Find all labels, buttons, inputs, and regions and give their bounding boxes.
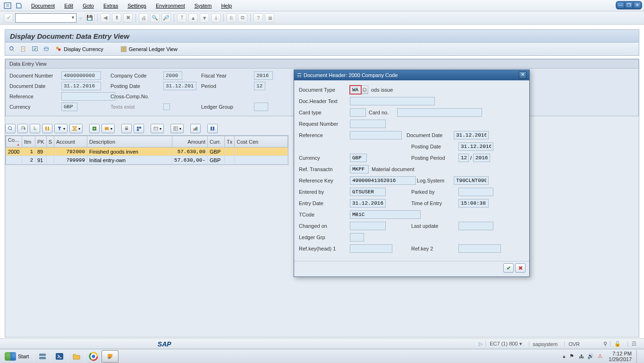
- command-field[interactable]: [15, 13, 76, 23]
- doc-type-f4-button[interactable]: ☐: [361, 86, 368, 94]
- sort-asc-button[interactable]: [17, 124, 28, 133]
- col-pk[interactable]: PK: [35, 136, 47, 147]
- request-no-field[interactable]: [350, 120, 386, 128]
- task-powershell-icon[interactable]: [51, 350, 68, 363]
- ref-key-field[interactable]: [350, 176, 416, 185]
- col-curr[interactable]: Curr.: [208, 136, 225, 147]
- task-chrome-icon[interactable]: [85, 350, 102, 363]
- export-button[interactable]: ▾: [102, 124, 115, 133]
- close-button[interactable]: ✕: [634, 2, 641, 9]
- col-description[interactable]: Description: [87, 136, 172, 147]
- find-button[interactable]: [42, 124, 52, 133]
- ledger-grp-field[interactable]: [350, 233, 364, 242]
- status-abap-icon[interactable]: ⚲: [603, 341, 607, 347]
- gl-view-button[interactable]: General Ledger View: [119, 46, 179, 52]
- dialog-close-button[interactable]: ✕: [519, 71, 526, 79]
- print-button[interactable]: 🖨: [139, 13, 148, 23]
- info-button[interactable]: i: [207, 124, 218, 133]
- enter-button[interactable]: ✓: [4, 13, 13, 23]
- show-desktop-button[interactable]: [636, 350, 640, 363]
- find-next-button[interactable]: 🔎: [161, 13, 171, 23]
- reference-field[interactable]: [61, 92, 115, 101]
- nav-back-icon[interactable]: «: [78, 15, 83, 21]
- tray-warning-icon[interactable]: ⚠: [596, 353, 604, 360]
- start-button[interactable]: Start: [0, 349, 34, 363]
- taskbar-clock[interactable]: 7:12 PM 1/29/2017: [606, 351, 635, 362]
- parked-by-field[interactable]: [458, 188, 493, 196]
- shortcut-button[interactable]: ⧉: [238, 13, 247, 23]
- card-type-field[interactable]: [350, 108, 366, 117]
- layout-button[interactable]: ▾: [170, 124, 184, 133]
- time-entry-field[interactable]: [458, 199, 489, 207]
- choose-button[interactable]: ▾: [151, 124, 164, 133]
- line-items-grid[interactable]: Co...▲ Itm PK S Account Description Amou…: [5, 135, 288, 165]
- task-server-icon[interactable]: [34, 350, 51, 363]
- entry-date-field[interactable]: [350, 199, 386, 207]
- find-button[interactable]: 🔍: [150, 13, 160, 23]
- ref-trans-field[interactable]: [350, 165, 369, 173]
- graphic-button[interactable]: [190, 124, 201, 133]
- doc-type-field[interactable]: [350, 86, 361, 94]
- dialog-titlebar[interactable]: ☶ Document Header: 2000 Company Code ✕: [294, 70, 529, 80]
- posting-period-field[interactable]: [458, 154, 469, 162]
- menu-goto[interactable]: Goto: [78, 3, 99, 9]
- display-currency-button[interactable]: Display Currency: [53, 46, 105, 52]
- print-button[interactable]: [121, 124, 132, 133]
- tray-network-icon[interactable]: 🖧: [577, 353, 585, 360]
- exit-button[interactable]: ⬆: [112, 13, 121, 23]
- menu-extras[interactable]: Extras: [99, 3, 123, 9]
- texts-exist-checkbox[interactable]: [163, 104, 170, 110]
- taxes-button[interactable]: [42, 45, 51, 53]
- col-amount[interactable]: Amount: [172, 136, 208, 147]
- help-button[interactable]: ?: [254, 13, 263, 23]
- card-no-field[interactable]: [397, 108, 482, 117]
- save-button[interactable]: 💾: [85, 13, 94, 23]
- tcode-field[interactable]: [350, 210, 421, 219]
- table-row[interactable]: 291 799999Initial entry-own57.630,00- GB…: [6, 156, 288, 164]
- col-tx[interactable]: Tx: [225, 136, 235, 147]
- filter-button[interactable]: ▾: [54, 124, 68, 133]
- col-itm[interactable]: Itm: [22, 136, 35, 147]
- task-sap-icon[interactable]: [102, 350, 119, 363]
- minimize-button[interactable]: —: [617, 2, 624, 9]
- cancel-button[interactable]: ✖: [123, 13, 133, 23]
- dlg-doc-date-field[interactable]: [454, 131, 489, 139]
- first-page-button[interactable]: ⤒: [177, 13, 186, 23]
- period-field[interactable]: [254, 82, 265, 90]
- log-system-field[interactable]: [454, 176, 489, 185]
- menu-document[interactable]: Document: [26, 3, 59, 9]
- last-page-button[interactable]: ⤓: [211, 13, 220, 23]
- maximize-button[interactable]: ❐: [625, 2, 633, 9]
- posting-date-field[interactable]: [163, 82, 196, 90]
- status-arrow-icon[interactable]: ▷: [479, 341, 483, 347]
- entered-by-field[interactable]: [350, 188, 386, 196]
- status-layout-icon[interactable]: ☶: [627, 341, 640, 347]
- posting-year-field[interactable]: [473, 154, 490, 162]
- back-button[interactable]: ◀: [101, 13, 110, 23]
- ref-key2-field[interactable]: [458, 244, 501, 253]
- col-account[interactable]: Account: [54, 136, 87, 147]
- menu-edit[interactable]: Edit: [59, 3, 78, 9]
- total-button[interactable]: ▾: [69, 124, 83, 133]
- fiscal-year-field[interactable]: [254, 71, 273, 80]
- status-conn-icon[interactable]: 🔓: [610, 341, 625, 347]
- company-code-field[interactable]: [163, 71, 182, 80]
- col-co[interactable]: Co...▲: [6, 136, 22, 147]
- select-button[interactable]: [31, 45, 39, 53]
- ref-key-head1-field[interactable]: [350, 244, 392, 253]
- col-s[interactable]: S: [46, 136, 54, 147]
- col-cc[interactable]: Cost Cen: [235, 136, 288, 147]
- dialog-ok-button[interactable]: ✔: [503, 263, 514, 273]
- layout-button[interactable]: 🖥: [265, 13, 274, 23]
- display-other-button[interactable]: [19, 45, 28, 53]
- task-explorer-icon[interactable]: [68, 350, 85, 363]
- subtotal-button[interactable]: [89, 124, 100, 133]
- menu-settings[interactable]: Settings: [123, 3, 151, 9]
- dlg-currency-field[interactable]: [350, 154, 367, 162]
- last-update-field[interactable]: [458, 222, 493, 230]
- prev-page-button[interactable]: ▲: [188, 13, 198, 23]
- document-date-field[interactable]: [61, 82, 101, 90]
- dialog-cancel-button[interactable]: ✖: [515, 263, 525, 273]
- change-display-button[interactable]: [8, 45, 17, 53]
- tray-flag-icon[interactable]: ⚑: [568, 353, 576, 360]
